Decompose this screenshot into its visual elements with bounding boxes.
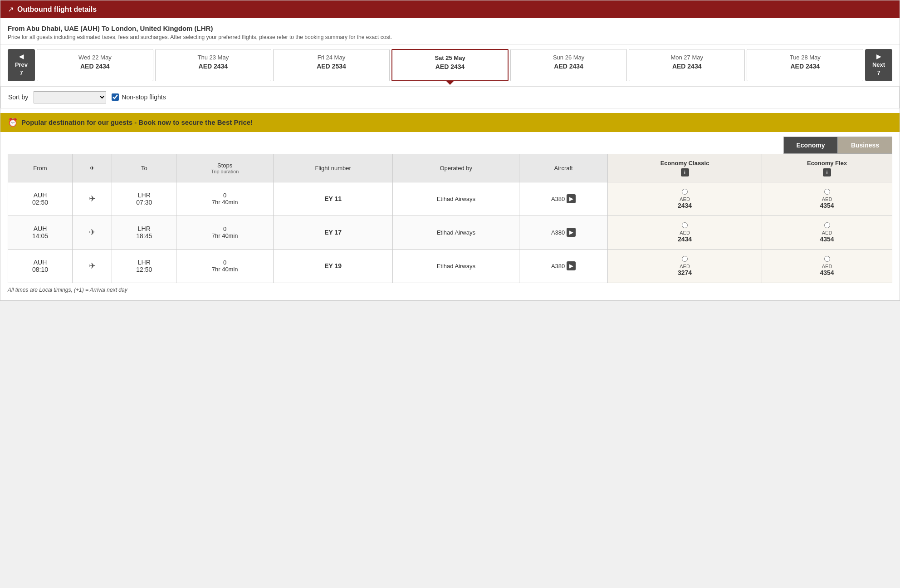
- col-operated-by: Operated by: [393, 154, 519, 182]
- aircraft-info-button-1[interactable]: ▶: [567, 228, 576, 237]
- col-from: From: [8, 154, 73, 182]
- sort-select[interactable]: Price Duration Departure time: [34, 91, 106, 103]
- operated-by-cell-2: Etihad Airways: [393, 249, 519, 283]
- col-economy-classic: Economy Classic i: [607, 154, 762, 182]
- economy-classic-radio-2[interactable]: [682, 256, 688, 262]
- date-cell-0[interactable]: Wed 22 May AED 2434: [37, 49, 153, 81]
- flight-section: Economy Business From ✈ To Stops: [0, 137, 900, 300]
- plane-header-icon: ✈: [90, 165, 95, 172]
- from-cell-2: AUH 08:10: [8, 249, 73, 283]
- aircraft-cell-0: A380 ▶: [519, 182, 608, 216]
- from-cell-0: AUH 02:50: [8, 182, 73, 216]
- flight-number-cell-0: EY 11: [274, 182, 393, 216]
- class-header-row: Economy Business: [8, 137, 892, 154]
- header-bar: ↗ Outbound flight details: [0, 0, 900, 18]
- date-cell-2[interactable]: Fri 24 May AED 2534: [273, 49, 390, 81]
- economy-classic-radio-0[interactable]: [682, 189, 688, 195]
- economy-classic-price-cell-0: AED 2434: [607, 182, 762, 216]
- plane-icon: ✈: [89, 228, 96, 237]
- table-row: AUH 14:05 ✈ LHR 18:45 0 7hr 40min EY 17 …: [8, 216, 892, 249]
- date-cell-6[interactable]: Tue 28 May AED 2434: [747, 49, 863, 81]
- from-cell-1: AUH 14:05: [8, 216, 73, 249]
- economy-flex-radio-0[interactable]: [824, 189, 830, 195]
- date-cell-4[interactable]: Sun 26 May AED 2434: [510, 49, 627, 81]
- business-header: Business: [838, 137, 892, 154]
- date-cell-5[interactable]: Mon 27 May AED 2434: [629, 49, 745, 81]
- table-row: AUH 08:10 ✈ LHR 12:50 0 7hr 40min EY 19 …: [8, 249, 892, 283]
- date-nav: ◀ Prev 7 Wed 22 May AED 2434 Thu 23 May …: [0, 44, 900, 86]
- plane-icon: ✈: [89, 194, 96, 203]
- plane-icon-cell-0: ✈: [73, 182, 112, 216]
- economy-flex-info-button[interactable]: i: [823, 168, 831, 176]
- date-cell-3[interactable]: Sat 25 May AED 2434: [391, 49, 509, 81]
- operated-by-cell-0: Etihad Airways: [393, 182, 519, 216]
- economy-classic-info-button[interactable]: i: [681, 168, 689, 176]
- economy-header: Economy: [783, 137, 838, 154]
- plane-icon-cell-1: ✈: [73, 216, 112, 249]
- outbound-icon: ↗: [8, 5, 14, 14]
- promo-icon: ⏰: [8, 118, 18, 127]
- flight-table: From ✈ To Stops Trip duration Flight num…: [8, 154, 892, 283]
- economy-flex-price-cell-1: AED 4354: [762, 216, 892, 249]
- plane-icon-cell-2: ✈: [73, 249, 112, 283]
- col-aircraft: Aircraft: [519, 154, 608, 182]
- col-to: To: [112, 154, 176, 182]
- aircraft-info-button-2[interactable]: ▶: [567, 261, 576, 270]
- aircraft-cell-1: A380 ▶: [519, 216, 608, 249]
- page-wrapper: ↗ Outbound flight details From Abu Dhabi…: [0, 0, 900, 301]
- stops-cell-0: 0 7hr 40min: [176, 182, 274, 216]
- economy-classic-price-cell-2: AED 3274: [607, 249, 762, 283]
- col-economy-flex: Economy Flex i: [762, 154, 892, 182]
- nonstop-label: Non-stop flights: [122, 93, 166, 101]
- nonstop-filter: Non-stop flights: [112, 93, 166, 101]
- col-stops: Stops Trip duration: [176, 154, 274, 182]
- stops-cell-1: 0 7hr 40min: [176, 216, 274, 249]
- operated-by-cell-1: Etihad Airways: [393, 216, 519, 249]
- promo-text: Popular destination for our guests - Boo…: [21, 118, 253, 126]
- aircraft-cell-2: A380 ▶: [519, 249, 608, 283]
- nonstop-checkbox[interactable]: [112, 93, 119, 101]
- economy-classic-price-cell-1: AED 2434: [607, 216, 762, 249]
- table-row: AUH 02:50 ✈ LHR 07:30 0 7hr 40min EY 11 …: [8, 182, 892, 216]
- stops-cell-2: 0 7hr 40min: [176, 249, 274, 283]
- next-button[interactable]: ▶ Next 7: [865, 49, 892, 81]
- plane-icon: ✈: [89, 261, 96, 270]
- route-subtitle: Price for all guests including estimated…: [8, 34, 892, 40]
- prev-button[interactable]: ◀ Prev 7: [8, 49, 35, 81]
- to-cell-0: LHR 07:30: [112, 182, 176, 216]
- col-flight-number: Flight number: [274, 154, 393, 182]
- page-title: Outbound flight details: [17, 5, 97, 14]
- sort-label: Sort by: [8, 93, 28, 101]
- footnote: All times are Local timings, (+1) = Arri…: [8, 283, 892, 293]
- to-cell-1: LHR 18:45: [112, 216, 176, 249]
- date-cell-1[interactable]: Thu 23 May AED 2434: [155, 49, 272, 81]
- flight-number-cell-1: EY 17: [274, 216, 393, 249]
- flight-number-cell-2: EY 19: [274, 249, 393, 283]
- col-plane: ✈: [73, 154, 112, 182]
- promo-banner: ⏰ Popular destination for our guests - B…: [0, 113, 900, 132]
- aircraft-info-button-0[interactable]: ▶: [567, 194, 576, 203]
- economy-flex-price-cell-2: AED 4354: [762, 249, 892, 283]
- sort-bar: Sort by Price Duration Departure time No…: [0, 86, 900, 108]
- route-title: From Abu Dhabi, UAE (AUH) To London, Uni…: [8, 24, 892, 32]
- economy-flex-radio-1[interactable]: [824, 222, 830, 228]
- route-info: From Abu Dhabi, UAE (AUH) To London, Uni…: [0, 18, 900, 44]
- economy-flex-radio-2[interactable]: [824, 256, 830, 262]
- economy-flex-price-cell-0: AED 4354: [762, 182, 892, 216]
- to-cell-2: LHR 12:50: [112, 249, 176, 283]
- economy-classic-radio-1[interactable]: [682, 222, 688, 228]
